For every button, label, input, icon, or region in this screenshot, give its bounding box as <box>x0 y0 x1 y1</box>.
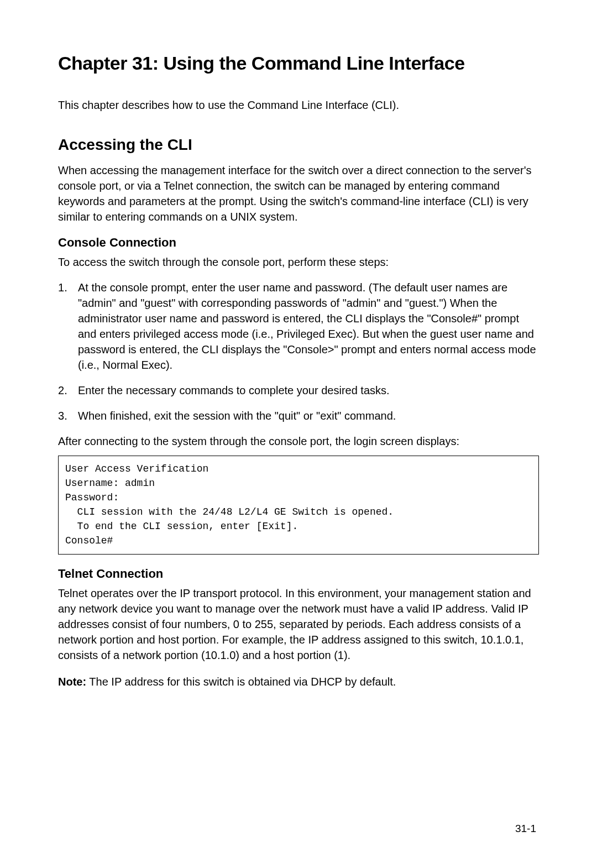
console-steps-intro: To access the switch through the console… <box>58 254 539 270</box>
subsection-title-console-connection: Console Connection <box>58 236 539 250</box>
list-item: When finished, exit the session with the… <box>58 408 539 423</box>
console-after-list: After connecting to the system through t… <box>58 433 539 449</box>
section-title-accessing-cli: Accessing the CLI <box>58 136 539 154</box>
note-label: Note: <box>58 676 86 688</box>
telnet-note: Note: The IP address for this switch is … <box>58 674 539 689</box>
page-number: 31-1 <box>515 823 536 835</box>
list-item: Enter the necessary commands to complete… <box>58 383 539 398</box>
chapter-title: Chapter 31: Using the Command Line Inter… <box>58 53 539 74</box>
console-steps-list: At the console prompt, enter the user na… <box>58 280 539 423</box>
login-screen-code: User Access Verification Username: admin… <box>58 456 539 555</box>
section-body-accessing-cli: When accessing the management interface … <box>58 163 539 224</box>
chapter-intro: This chapter describes how to use the Co… <box>58 97 539 113</box>
list-item: At the console prompt, enter the user na… <box>58 280 539 373</box>
telnet-body: Telnet operates over the IP transport pr… <box>58 585 539 663</box>
subsection-title-telnet-connection: Telnet Connection <box>58 567 539 581</box>
note-content: The IP address for this switch is obtain… <box>86 676 396 688</box>
